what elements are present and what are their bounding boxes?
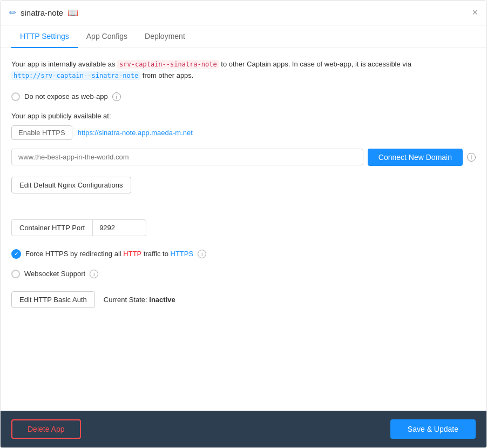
- tab-deployment[interactable]: Deployment: [136, 25, 194, 48]
- tab-bar: HTTP Settings App Configs Deployment: [1, 25, 486, 48]
- footer: Delete App Save & Update: [1, 411, 486, 447]
- main-content: Your app is internally available as srv-…: [1, 48, 486, 411]
- delete-app-button[interactable]: Delete App: [11, 419, 81, 439]
- container-port-label: Container HTTP Port: [11, 219, 92, 236]
- do-not-expose-info-icon[interactable]: i: [112, 92, 121, 101]
- tab-http-settings[interactable]: HTTP Settings: [11, 25, 78, 48]
- force-https-checkbox[interactable]: ✓: [11, 249, 21, 259]
- force-https-label: Force HTTPS by redirecting all HTTP traf…: [25, 250, 193, 258]
- save-update-button[interactable]: Save & Update: [390, 419, 476, 439]
- public-available-label: Your app is publicly available at:: [11, 112, 476, 120]
- container-port-input[interactable]: [92, 219, 146, 236]
- connect-domain-info-icon[interactable]: i: [467, 153, 476, 162]
- do-not-expose-label: Do not expose as web-app: [24, 92, 108, 101]
- checkmark-icon: ✓: [14, 250, 19, 257]
- internal-service-name: srv-captain--sinatra-note: [117, 60, 219, 69]
- do-not-expose-radio[interactable]: [11, 92, 20, 101]
- force-https-row: ✓ Force HTTPS by redirecting all HTTP tr…: [11, 249, 476, 259]
- nginx-section: Edit Default Nginx Configurations: [11, 177, 476, 206]
- internal-url: http://srv-captain--sinatra-note: [11, 71, 140, 80]
- enable-https-button[interactable]: Enable HTTPS: [11, 125, 72, 140]
- force-https-https: HTTPS: [171, 250, 194, 258]
- domain-input[interactable]: [11, 149, 363, 165]
- close-button[interactable]: ×: [472, 7, 478, 18]
- title-bar: ✏ sinatra-note 📖 ×: [1, 1, 486, 25]
- connect-new-domain-button[interactable]: Connect New Domain: [368, 149, 463, 166]
- info-text-2: to other Captain apps. In case of web-ap…: [219, 60, 411, 68]
- force-https-info-icon[interactable]: i: [198, 250, 206, 258]
- auth-row: Edit HTTP Basic Auth Current State: inac…: [11, 291, 476, 308]
- tab-app-configs[interactable]: App Configs: [78, 25, 136, 48]
- book-icon: 📖: [67, 8, 78, 18]
- force-https-http: HTTP: [123, 250, 141, 258]
- current-state-text: Current State: inactive: [104, 296, 175, 304]
- info-text-3: from other apps.: [140, 71, 193, 79]
- current-state-value: inactive: [149, 296, 175, 304]
- websocket-row: Websocket Support i: [11, 270, 476, 278]
- force-https-text-1: Force HTTPS by redirecting all: [25, 250, 123, 258]
- edit-icon: ✏: [9, 8, 16, 18]
- info-text-1: Your app is internally available as: [11, 60, 117, 68]
- websocket-checkbox[interactable]: [11, 270, 20, 278]
- websocket-label: Websocket Support: [24, 270, 85, 278]
- do-not-expose-row: Do not expose as web-app i: [11, 92, 476, 101]
- websocket-info-icon[interactable]: i: [90, 270, 98, 278]
- domain-row: Enable HTTPS https://sinatra-note.app.ma…: [11, 125, 476, 140]
- edit-auth-button[interactable]: Edit HTTP Basic Auth: [11, 291, 95, 308]
- edit-nginx-button[interactable]: Edit Default Nginx Configurations: [11, 177, 131, 193]
- container-port-row: Container HTTP Port: [11, 219, 476, 236]
- force-https-text-2: traffic to: [141, 250, 170, 258]
- public-domain-link[interactable]: https://sinatra-note.app.maeda-m.net: [78, 129, 193, 137]
- app-name: sinatra-note: [21, 8, 63, 17]
- current-state-label: Current State:: [104, 296, 150, 304]
- title-bar-left: ✏ sinatra-note 📖: [9, 8, 78, 18]
- main-window: ✏ sinatra-note 📖 × HTTP Settings App Con…: [0, 0, 487, 448]
- internal-availability-text: Your app is internally available as srv-…: [11, 59, 476, 82]
- connect-domain-row: Connect New Domain i: [11, 149, 476, 166]
